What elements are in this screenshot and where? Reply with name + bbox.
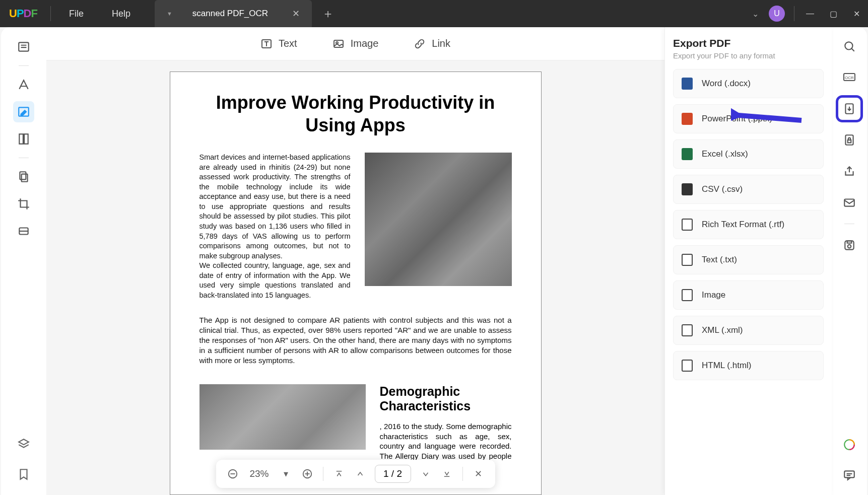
titlebar: UPDF File Help ▼ scanned PDF_OCR ✕ ＋ ⌄ U… [0,0,868,27]
export-html[interactable]: HTML (.html) [673,351,824,380]
edit-tool[interactable] [13,101,34,122]
page-tool[interactable] [13,128,34,150]
page-title: Improve Working Productivity in Using Ap… [199,91,512,136]
menu-help[interactable]: Help [98,9,145,19]
svg-rect-28 [848,140,851,143]
body-paragraph-1: Smart devices and internet-based applica… [199,153,351,300]
user-avatar[interactable]: U [769,6,785,22]
tab-dropdown-icon[interactable]: ▼ [167,11,172,17]
edit-link-button[interactable]: Link [414,38,450,50]
export-subtitle: Export your PDF to any format [673,51,824,60]
export-xml[interactable]: XML (.xml) [673,316,824,345]
svg-rect-32 [847,241,852,243]
crop-tool[interactable] [13,193,34,215]
comment-button[interactable] [839,465,859,485]
document-viewport[interactable]: Improve Working Productivity in Using Ap… [46,60,664,495]
rtf-icon [682,219,693,231]
close-nav-button[interactable]: ✕ [470,465,487,482]
left-sidebar [1,27,46,495]
reader-tool[interactable] [13,36,34,57]
export-txt[interactable]: Text (.txt) [673,245,824,274]
svg-line-23 [851,48,854,51]
edit-image-button[interactable]: Image [332,38,379,50]
share-button[interactable] [839,161,859,181]
bookmark-icon[interactable] [13,464,34,485]
document-tab[interactable]: ▼ scanned PDF_OCR ✕ [155,0,312,27]
chevron-down-icon[interactable]: ⌄ [747,9,764,19]
svg-rect-6 [24,134,28,144]
pdf-page: Improve Working Productivity in Using Ap… [170,72,542,495]
page-navigation-bar: 23% ▾ 1 / 2 ✕ [216,460,495,488]
ai-button[interactable] [839,435,859,455]
app-logo: UPDF [0,7,46,20]
export-word[interactable]: Word (.docx) [673,69,824,98]
menu-file[interactable]: File [55,9,98,19]
csv-icon [682,183,693,195]
svg-rect-7 [20,172,26,179]
powerpoint-icon [682,113,693,125]
add-tab-icon[interactable]: ＋ [322,6,334,22]
excel-icon [682,148,693,160]
svg-rect-5 [19,134,23,144]
tab-close-icon[interactable]: ✕ [288,8,304,19]
svg-text:OCR: OCR [845,76,854,80]
text-icon [260,38,273,50]
txt-icon [682,254,693,266]
right-sidebar: OCR [832,27,867,495]
export-excel[interactable]: Excel (.xlsx) [673,139,824,169]
edit-text-button[interactable]: Text [260,38,297,50]
save-button[interactable] [839,235,859,255]
export-rtf[interactable]: Rich Text Format (.rtf) [673,210,824,239]
last-page-button[interactable] [438,465,455,482]
article-image-2 [199,384,366,450]
organize-tool[interactable] [13,166,34,187]
image-icon [332,38,345,50]
window-minimize-icon[interactable]: — [798,9,822,18]
article-image-1 [365,153,512,286]
first-page-button[interactable] [330,465,348,482]
zoom-dropdown-icon[interactable]: ▾ [278,465,295,482]
svg-rect-8 [22,174,28,182]
page-input[interactable]: 1 / 2 [375,465,411,483]
next-page-button[interactable] [417,465,434,482]
export-image[interactable]: Image [673,280,824,310]
redact-tool[interactable] [13,221,34,242]
image-file-icon [682,289,693,301]
window-close-icon[interactable]: ✕ [845,9,868,19]
tab-title: scanned PDF_OCR [187,9,273,19]
export-csv[interactable]: CSV (.csv) [673,175,824,204]
body-paragraph-2: The App is not designed to compare AR pa… [199,315,512,365]
email-button[interactable] [839,192,859,213]
svg-rect-29 [844,199,854,206]
highlight-tool[interactable] [13,74,34,95]
xml-icon [682,324,693,336]
zoom-in-button[interactable] [299,465,316,482]
zoom-out-button[interactable] [224,465,241,482]
section-heading: Demographic Characteristics [380,384,512,413]
document-area: Text Image Link Improve Working Producti… [46,27,664,495]
export-pdf-button[interactable] [839,99,859,119]
protect-button[interactable] [839,130,859,150]
link-icon [414,38,426,50]
svg-rect-33 [844,471,854,477]
export-panel: Export PDF Export your PDF to any format… [664,27,832,495]
html-icon [682,360,693,372]
word-icon [682,78,693,90]
svg-point-22 [845,42,852,49]
ocr-button[interactable]: OCR [839,67,859,88]
export-title: Export PDF [673,37,824,49]
zoom-value: 23% [245,468,274,479]
window-maximize-icon[interactable]: ▢ [822,9,845,19]
export-powerpoint[interactable]: PowerPoint (.pptx) [673,104,824,133]
search-button[interactable] [839,36,859,56]
edit-toolbar: Text Image Link [46,27,664,60]
prev-page-button[interactable] [352,465,369,482]
layers-icon[interactable] [13,434,34,455]
svg-point-31 [848,245,851,248]
